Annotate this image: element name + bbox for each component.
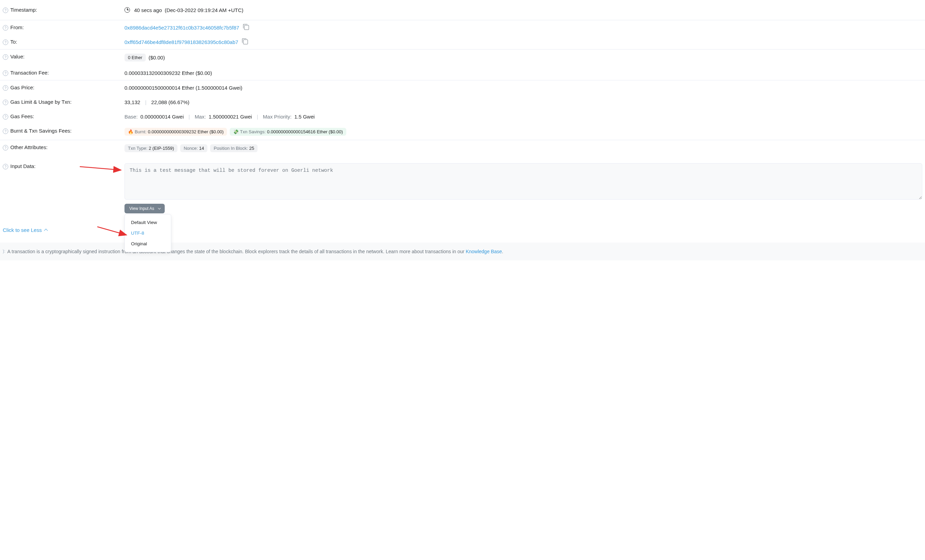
help-icon[interactable]: ?: [3, 100, 8, 105]
help-icon[interactable]: ?: [3, 71, 8, 76]
savings-badge: 💸 Txn Savings: 0.000000000000154616 Ethe…: [230, 128, 346, 136]
label-gas-limit-usage: Gas Limit & Usage by Txn:: [10, 99, 72, 105]
clock-icon: [125, 7, 130, 13]
bulb-icon: ):: [3, 249, 5, 254]
nonce-pill: Nonce: 14: [180, 144, 207, 152]
knowledge-base-link[interactable]: Knowledge Base: [466, 249, 502, 254]
position-pill: Position In Block: 25: [210, 144, 258, 152]
burnt-value: 0.000000000000309232 Ether ($0.00): [148, 129, 223, 134]
help-icon[interactable]: ?: [3, 8, 8, 13]
gas-price-value: 0.000000001500000014 Ether (1.500000014 …: [125, 85, 243, 91]
gas-max-value: 1.500000021 Gwei: [209, 114, 252, 120]
txn-type-label: Txn Type:: [128, 146, 148, 151]
copy-icon[interactable]: [243, 39, 248, 44]
pipe-divider: |: [188, 114, 190, 120]
gas-usage-value: 22,088 (66.67%): [151, 99, 190, 105]
savings-label: Txn Savings:: [240, 129, 266, 134]
gas-base-value: 0.000000014 Gwei: [140, 114, 184, 120]
help-icon[interactable]: ?: [3, 145, 8, 150]
fire-icon: 🔥: [128, 129, 133, 134]
from-address-link[interactable]: 0x8986dacd4e5e27312f61c0b373c46058fc7b5f…: [125, 25, 240, 31]
view-input-as-button[interactable]: View Input As: [125, 204, 165, 213]
help-icon[interactable]: ?: [3, 164, 8, 170]
money-icon: 💸: [233, 129, 239, 134]
to-address-link[interactable]: 0xff65d746be4df8de81f9798183826395c6c80a…: [125, 39, 238, 45]
savings-value: 0.000000000000154616 Ether ($0.00): [267, 129, 343, 134]
help-icon[interactable]: ?: [3, 39, 8, 45]
help-icon[interactable]: ?: [3, 54, 8, 60]
txn-type-pill: Txn Type: 2 (EIP-1559): [125, 144, 178, 152]
burnt-badge: 🔥 Burnt: 0.000000000000309232 Ether ($0.…: [125, 128, 227, 136]
row-other-attrs: ? Other Attributes: Txn Type: 2 (EIP-155…: [0, 140, 925, 156]
gas-limit-value: 33,132: [125, 99, 140, 105]
label-burnt-savings: Burnt & Txn Savings Fees:: [10, 128, 72, 134]
txn-type-value: 2 (EIP-1559): [149, 146, 174, 151]
gas-max-priority-label: Max Priority:: [263, 114, 292, 120]
timestamp-relative: 40 secs ago: [134, 7, 162, 13]
value-eth-pill: 0 Ether: [125, 54, 146, 62]
burnt-label: Burnt:: [135, 129, 147, 134]
view-input-as-label: View Input As: [129, 206, 154, 211]
pipe-divider: |: [145, 99, 146, 105]
label-value: Value:: [10, 54, 24, 59]
row-gas-fees: ? Gas Fees: Base: 0.000000014 Gwei | Max…: [0, 109, 925, 124]
row-gas-price: ? Gas Price: 0.000000001500000014 Ether …: [0, 80, 925, 95]
label-txn-fee: Transaction Fee:: [10, 70, 49, 76]
nonce-value: 14: [199, 146, 204, 151]
help-icon[interactable]: ?: [3, 129, 8, 134]
row-gas-limit-usage: ? Gas Limit & Usage by Txn: 33,132 | 22,…: [0, 95, 925, 109]
row-timestamp: ? Timestamp: 40 secs ago (Dec-03-2022 09…: [0, 0, 925, 20]
label-other-attrs: Other Attributes:: [10, 144, 47, 150]
position-value: 25: [249, 146, 254, 151]
value-usd: ($0.00): [149, 55, 165, 60]
timestamp-absolute: (Dec-03-2022 09:19:24 AM +UTC): [165, 7, 244, 13]
help-icon[interactable]: ?: [3, 25, 8, 31]
row-to: ? To: 0xff65d746be4df8de81f9798183826395…: [0, 35, 925, 50]
dropdown-item-original[interactable]: Original: [125, 239, 171, 249]
pipe-divider: |: [257, 114, 258, 120]
row-from: ? From: 0x8986dacd4e5e27312f61c0b373c460…: [0, 20, 925, 35]
label-timestamp: Timestamp:: [10, 7, 37, 13]
copy-icon[interactable]: [244, 25, 249, 30]
view-input-as-dropdown: View Input As Default View UTF-8: [125, 200, 165, 213]
view-input-as-menu: Default View UTF-8 Original: [125, 214, 171, 252]
gas-max-label: Max:: [194, 114, 206, 120]
row-value: ? Value: 0 Ether ($0.00): [0, 50, 925, 66]
label-input-data: Input Data:: [10, 163, 35, 169]
see-less-label: Click to see Less: [3, 227, 42, 233]
help-icon[interactable]: ?: [3, 85, 8, 91]
row-burnt-savings: ? Burnt & Txn Savings Fees: 🔥 Burnt: 0.0…: [0, 124, 925, 140]
nonce-label: Nonce:: [184, 146, 198, 151]
input-data-textarea[interactable]: This is a test message that will be stor…: [125, 163, 922, 200]
chevron-down-icon: [158, 206, 161, 209]
dropdown-item-default[interactable]: Default View: [125, 217, 171, 228]
txn-fee-value: 0.000033132000309232 Ether ($0.00): [125, 70, 212, 76]
footer-text-suffix: .: [502, 249, 503, 254]
gas-max-priority-value: 1.5 Gwei: [294, 114, 315, 120]
label-gas-fees: Gas Fees:: [10, 113, 34, 119]
arrow-up-icon: [44, 228, 48, 232]
label-gas-price: Gas Price:: [10, 84, 35, 90]
dropdown-item-utf8[interactable]: UTF-8: [125, 228, 171, 239]
row-txn-fee: ? Transaction Fee: 0.000033132000309232 …: [0, 66, 925, 80]
label-to: To:: [10, 39, 17, 45]
position-label: Position In Block:: [214, 146, 248, 151]
row-input-data: ? Input Data: This is a test message tha…: [0, 156, 925, 220]
help-icon[interactable]: ?: [3, 114, 8, 120]
label-from: From:: [10, 24, 24, 30]
footer-text-prefix: A transaction is a cryptographically sig…: [7, 249, 466, 254]
gas-base-label: Base:: [125, 114, 137, 120]
